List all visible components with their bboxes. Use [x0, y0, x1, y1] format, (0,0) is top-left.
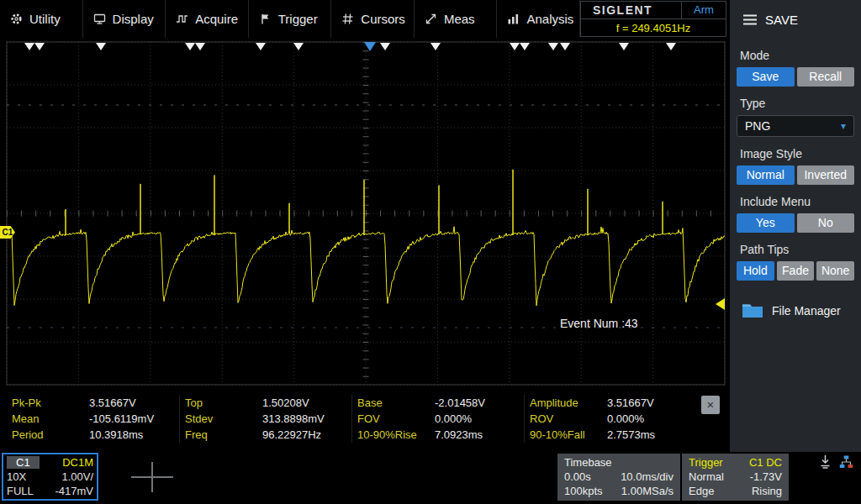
path-tips-label: Path Tips [740, 243, 861, 256]
measurement-label: Stdev [185, 411, 262, 427]
event-marker [34, 43, 45, 50]
menu-item-cursors[interactable]: Cursors [331, 0, 415, 38]
save-panel-header: SAVE [730, 0, 861, 39]
hash-cursors-icon [341, 13, 354, 25]
timebase-scale: 10.0ms/div [621, 470, 673, 484]
mode-recall-button[interactable]: Recall [797, 67, 855, 87]
event-marker [185, 43, 195, 50]
trigger-frequency: f = 249.4051Hz [581, 19, 726, 37]
trigger-position-marker[interactable] [364, 42, 376, 51]
timebase-title: Timebase [564, 455, 673, 470]
measurement-value: 7.0923ms [435, 427, 483, 443]
channel1-attenuation: 10X [7, 470, 26, 484]
file-manager-button[interactable]: File Manager [742, 302, 861, 318]
channel-level-marker[interactable]: C1 [0, 226, 15, 239]
path-tips-button-group: Hold Fade None [737, 261, 854, 281]
trigger-level-marker[interactable] [716, 298, 725, 310]
timebase-delay: 0.00s [564, 470, 591, 484]
brand-top-row: SIGLENT Arm [581, 2, 726, 19]
measurement-value: 96.22927Hz [262, 427, 321, 443]
measurement-cell: FOV0.000% [351, 411, 524, 427]
measurement-value: 313.8898mV [262, 411, 325, 427]
event-marker [380, 43, 390, 50]
type-dropdown-value: PNG [745, 119, 770, 133]
event-num-label: Event Num :43 [560, 317, 638, 330]
menu-item-utility[interactable]: Utility [0, 0, 83, 38]
bar-chart-icon [507, 13, 520, 25]
flag-icon [259, 13, 272, 25]
measure-icon [425, 13, 437, 25]
image-style-button-group: Normal Inverted [737, 165, 854, 185]
path-tips-fade-button[interactable]: Fade [777, 261, 815, 281]
measurement-value: 2.7573ms [607, 427, 655, 443]
measurement-value: 3.51667V [89, 395, 136, 411]
channel1-offset: -417mV [55, 484, 93, 498]
measurement-cell: Pk-Pk3.51667V [7, 395, 179, 411]
menu-item-display[interactable]: Display [83, 0, 166, 38]
measurement-label: 90-10%Fall [530, 427, 607, 443]
event-marker [96, 43, 106, 50]
close-icon[interactable]: × [701, 396, 720, 414]
timebase-rate: 1.00MSa/s [621, 484, 673, 498]
path-tips-none-button[interactable]: None [816, 261, 854, 281]
lan-icon[interactable] [839, 455, 853, 469]
gear-icon [10, 13, 23, 25]
usb-device-icon[interactable] [819, 454, 832, 469]
trigger-title-row: Trigger C1 DC [689, 455, 782, 470]
add-trace-button[interactable] [128, 457, 177, 497]
event-marker [520, 43, 530, 50]
image-style-inverted-button[interactable]: Inverted [797, 165, 855, 185]
measurement-label: 10-90%Rise [357, 427, 435, 443]
image-style-label: Image Style [740, 147, 861, 160]
measurement-label: Amplitude [530, 395, 607, 411]
menu-item-label: Analysis [526, 12, 573, 26]
channel1-row: C1 DC1M [7, 455, 93, 470]
menu-bar: Utility Display Acquire Trigger Cursors … [0, 0, 580, 38]
channel1-coupling: DC1M [62, 455, 93, 470]
save-panel: SAVE Mode Save Recall Type PNG ▾ Image S… [730, 0, 861, 452]
siglent-logo: SIGLENT [581, 2, 681, 18]
folder-icon [742, 302, 763, 318]
measurement-label: Top [185, 395, 262, 411]
trigger-type: Edge [689, 484, 714, 498]
mode-save-button[interactable]: Save [737, 67, 795, 87]
trigger-source: C1 DC [749, 455, 782, 470]
menu-item-label: Utility [29, 12, 61, 26]
measurement-label: Period [12, 427, 89, 443]
image-style-normal-button[interactable]: Normal [737, 165, 795, 185]
measurement-value: 1.50208V [262, 395, 309, 411]
menu-item-analysis[interactable]: Analysis [497, 0, 580, 38]
include-menu-yes-button[interactable]: Yes [737, 213, 795, 233]
menu-item-meas[interactable]: Meas [415, 0, 498, 38]
channel1-descriptor[interactable]: C1 DC1M 10X 1.00V/ FULL -417mV [2, 453, 98, 501]
measurement-label: Base [357, 395, 435, 411]
measurement-label: ROV [530, 411, 607, 427]
measurement-label: Pk-Pk [12, 395, 89, 411]
square-wave-icon [176, 13, 188, 25]
menu-item-label: Meas [444, 12, 475, 26]
menu-item-acquire[interactable]: Acquire [166, 0, 249, 38]
io-status-icons [819, 454, 853, 469]
type-dropdown[interactable]: PNG ▾ [737, 115, 854, 137]
measurement-label: Mean [12, 411, 89, 427]
include-menu-no-button[interactable]: No [797, 213, 855, 233]
event-marker [560, 43, 570, 50]
event-marker [666, 43, 676, 50]
measurement-value: 0.000% [607, 411, 644, 427]
measurement-row: Period10.3918ms Freq96.22927Hz 10-90%Ris… [7, 427, 725, 443]
channel1-row: 10X 1.00V/ [7, 470, 93, 484]
menu-item-trigger[interactable]: Trigger [249, 0, 332, 38]
measurement-cell: 10-90%Rise7.0923ms [351, 427, 524, 443]
measurement-value: 0.000% [435, 411, 472, 427]
chevron-down-icon: ▾ [841, 120, 846, 132]
include-menu-label: Include Menu [740, 195, 861, 208]
timebase-descriptor[interactable]: Timebase 0.00s 10.0ms/div 100kpts 1.00MS… [557, 454, 680, 501]
measurement-value: 10.3918ms [89, 427, 143, 443]
trigger-descriptor[interactable]: Trigger C1 DC Normal -1.73V Edge Rising [682, 454, 789, 501]
measurement-label: Freq [185, 427, 262, 443]
measurement-cell: 90-10%Fall2.7573ms [524, 427, 696, 443]
event-marker [619, 43, 629, 50]
path-tips-hold-button[interactable]: Hold [737, 261, 774, 281]
include-menu-button-group: Yes No [737, 213, 854, 233]
measurement-cell: Mean-105.6119mV [7, 411, 179, 427]
